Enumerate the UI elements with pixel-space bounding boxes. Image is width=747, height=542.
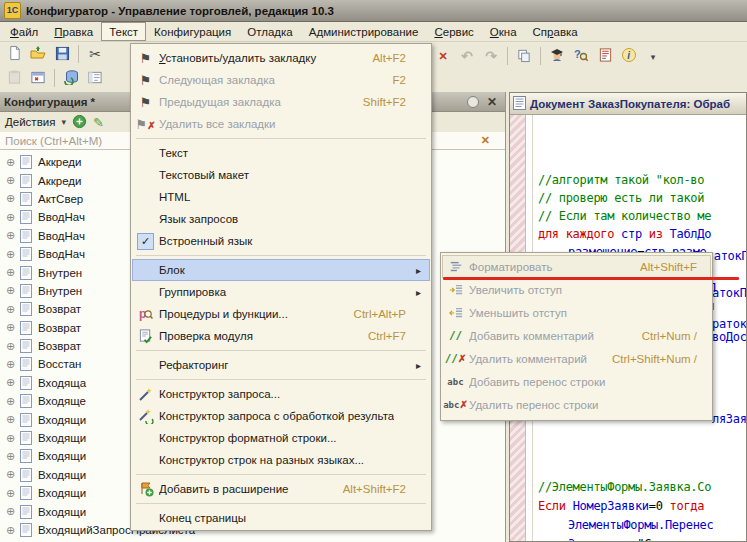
new-doc-icon (7, 45, 22, 63)
expand-icon[interactable]: ⊕ (6, 303, 20, 316)
menu-item[interactable]: Добавить в расширение Alt+Shift+F2 (132, 478, 430, 500)
syntax-check-button[interactable] (594, 45, 616, 67)
expand-icon[interactable]: ⊕ (6, 284, 20, 297)
menu-item[interactable]: Конструктор строк на разных языках... (132, 449, 430, 471)
open-button[interactable] (27, 43, 49, 65)
expand-icon[interactable]: ⊕ (6, 248, 20, 261)
document-icon (20, 284, 32, 298)
chevron-down-icon[interactable]: ▾ (61, 117, 66, 127)
expand-icon[interactable]: ⊕ (6, 468, 20, 481)
undo-button[interactable]: ↶ (456, 45, 478, 67)
separator (132, 135, 430, 142)
separator (132, 347, 430, 354)
menu-item[interactable]: ✓ Встроенный язык (132, 230, 430, 252)
expand-icon[interactable]: ⊕ (6, 358, 20, 371)
menubar-item[interactable]: Окна (482, 22, 525, 41)
document-icon (20, 155, 32, 169)
menu-item[interactable]: Рефакторинг ▸ (132, 354, 430, 376)
menu-item[interactable]: Конструктор запроса с обработкой результ… (132, 405, 430, 427)
menu-item[interactable]: ⚑✗ Удалить все закладки (132, 113, 430, 135)
expand-icon[interactable]: ⊕ (6, 192, 20, 205)
help-search-button[interactable]: ? (570, 45, 592, 67)
menubar-item[interactable]: Файл (2, 22, 46, 41)
toolbar-more-button[interactable]: ▾ (642, 45, 664, 67)
add-button[interactable] (72, 114, 87, 131)
menubar-item[interactable]: Администрирование (301, 22, 427, 41)
expand-icon[interactable]: ⊕ (6, 376, 20, 389)
expand-icon[interactable]: ⊕ (6, 321, 20, 334)
submenu-item[interactable]: // Добавить комментарий Ctrl+Num / (442, 324, 711, 347)
code-line: // Если там количество ме (538, 207, 747, 225)
menu-item[interactable]: Проверка модуля Ctrl+F7 (132, 325, 430, 347)
submenu-item[interactable]: Уменьшить отступ (442, 301, 711, 324)
code-line: // проверю есть ли такой (538, 189, 747, 207)
menubar-item[interactable]: Конфигурация (146, 22, 239, 41)
submenu-arrow-icon: ▸ (416, 360, 426, 371)
menu-item[interactable]: Блок ▸ (132, 259, 430, 281)
expand-icon[interactable]: ⊕ (6, 524, 20, 537)
windows-stack-button[interactable] (513, 45, 535, 67)
submenu-item[interactable]: Форматировать Alt+Shift+F (442, 255, 711, 278)
new-document-button[interactable] (3, 43, 25, 65)
expand-icon[interactable]: ⊕ (6, 156, 20, 169)
expand-icon[interactable]: ⊕ (6, 413, 20, 426)
submenu-item[interactable]: Увеличить отступ (442, 278, 711, 301)
menubar-item[interactable]: Справка (525, 22, 586, 41)
expand-icon[interactable]: ⊕ (6, 450, 20, 463)
info-button[interactable]: i (618, 45, 640, 67)
menu-item[interactable]: Конструктор форматной строки... (132, 427, 430, 449)
menu-item[interactable]: ⚑ Установить/удалить закладку Alt+F2 (132, 47, 430, 69)
expand-icon[interactable]: ⊕ (6, 395, 20, 408)
database-button[interactable] (60, 67, 82, 89)
submenu-item[interactable]: abc✗ Удалить перенос строки (442, 393, 711, 416)
special-window-button[interactable] (27, 67, 49, 89)
search-clear-icon[interactable]: ✕ (481, 134, 490, 147)
expand-icon[interactable]: ⊕ (6, 340, 20, 353)
title-bar[interactable]: 1С Конфигуратор - Управление торговлей, … (0, 0, 747, 22)
syntax-assistant-button[interactable] (546, 45, 568, 67)
expand-icon[interactable]: ⊕ (6, 487, 20, 500)
expand-icon[interactable]: ⊕ (6, 211, 20, 224)
expand-icon[interactable]: ⊕ (6, 432, 20, 445)
save-button[interactable] (51, 43, 73, 65)
proc-func-icon: p (132, 306, 159, 322)
expand-icon[interactable]: ⊕ (6, 229, 20, 242)
document-icon (20, 523, 32, 537)
edit-pencil-icon[interactable]: ✎ (93, 115, 104, 130)
editor-title-bar[interactable]: Документ ЗаказПокупателя: Обраб (510, 93, 746, 115)
bookmark-icon: ⚑ (132, 52, 159, 65)
menu-item[interactable]: Текстовый макет (132, 164, 430, 186)
pin-icon[interactable] (467, 96, 479, 108)
panel-button[interactable] (84, 67, 106, 89)
menu-item[interactable]: p Процедуры и функции... Ctrl+Alt+P (132, 303, 430, 325)
menubar-item[interactable]: Отладка (239, 22, 300, 41)
cut-icon: ✂ (89, 46, 101, 62)
redo-icon: ↷ (485, 49, 497, 63)
menu-item[interactable]: Конец страницы (132, 507, 430, 529)
menu-item[interactable]: Группировка ▸ (132, 281, 430, 303)
menubar-item[interactable]: Текст (101, 22, 146, 41)
submenu-item[interactable]: abc Добавить перенос строки (442, 370, 711, 393)
add-extension-icon (132, 481, 159, 497)
code-line: для каждого стр из ТаблДо (538, 225, 747, 243)
menu-item[interactable]: ⚑ Следующая закладка F2 (132, 69, 430, 91)
actions-menu-button[interactable]: Действия (5, 116, 55, 128)
close-icon[interactable]: ✕ (487, 95, 497, 109)
menu-item[interactable]: Текст (132, 142, 430, 164)
info-icon: i (621, 47, 637, 65)
menubar-item[interactable]: Правка (46, 22, 101, 41)
paste-button[interactable] (3, 67, 25, 89)
menu-item[interactable]: Язык запросов (132, 208, 430, 230)
expand-icon[interactable]: ⊕ (6, 174, 20, 187)
menu-item[interactable]: HTML (132, 186, 430, 208)
submenu-item[interactable]: //✗ Удалить комментарий Ctrl+Shift+Num / (442, 347, 711, 370)
cut-button[interactable]: ✂ (84, 43, 106, 65)
redo-button[interactable]: ↷ (480, 45, 502, 67)
expand-icon[interactable]: ⊕ (6, 505, 20, 518)
comment-del-icon: //✗ (442, 352, 469, 365)
menu-item[interactable]: ⚑ Предыдущая закладка Shift+F2 (132, 91, 430, 113)
menubar-item[interactable]: Сервис (426, 22, 481, 41)
mini-close-button[interactable]: ✕ (432, 45, 454, 67)
menu-item[interactable]: Конструктор запроса... (132, 383, 430, 405)
expand-icon[interactable]: ⊕ (6, 266, 20, 279)
